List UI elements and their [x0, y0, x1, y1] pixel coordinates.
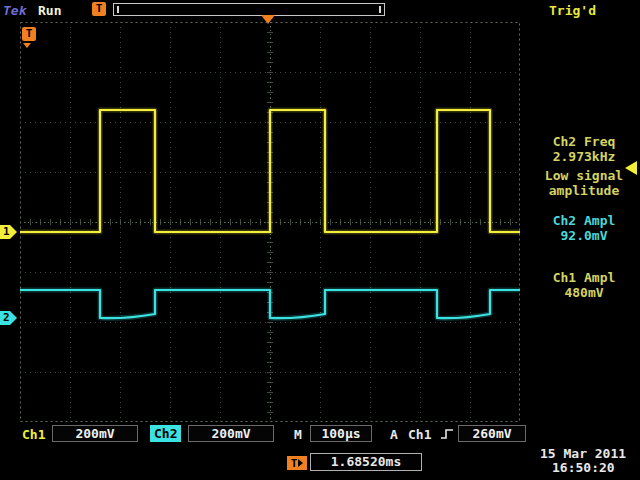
ch2-ground-marker-label: 2 — [3, 311, 10, 324]
measurement-warning-line1: Low signal — [528, 168, 640, 183]
tek-logo: Tek — [3, 3, 26, 18]
graticule-trigger-tag: T — [22, 27, 36, 41]
ch2-scale-readout: 200mV — [188, 425, 274, 442]
trigger-delay-icon: T — [287, 456, 307, 470]
trigger-tag-arrow-icon — [23, 43, 31, 48]
record-view-bar — [113, 3, 385, 16]
ch1-ground-marker-label: 1 — [3, 225, 10, 238]
record-view-left-bracket — [117, 6, 119, 13]
measurement-ch2-freq: Ch2 Freq 2.973kHz Low signal amplitude — [528, 134, 640, 198]
measurement-value: 92.0mV — [528, 228, 640, 243]
record-view-right-bracket — [379, 6, 381, 13]
graticule — [20, 22, 520, 422]
trigger-delay-readout: 1.68520ms — [310, 453, 422, 471]
ch1-ground-marker: 1 — [0, 225, 17, 239]
ch2-label-chip: Ch2 — [150, 425, 181, 442]
trigger-position-icon: T — [92, 2, 106, 16]
measurement-ch2-ampl: Ch2 Ampl 92.0mV — [528, 213, 640, 243]
measurement-ch1-ampl: Ch1 Ampl 480mV — [528, 270, 640, 300]
date-readout: 15 Mar 2011 — [540, 446, 626, 461]
ch2-ground-marker: 2 — [0, 311, 17, 325]
trigger-delay-icon-label: T — [291, 457, 298, 470]
measurement-value: 2.973kHz — [528, 149, 640, 164]
measurement-label: Ch2 Freq — [528, 134, 640, 149]
right-arrow-icon — [298, 459, 303, 467]
measurement-value: 480mV — [528, 285, 640, 300]
measurement-label: Ch2 Ampl — [528, 213, 640, 228]
measurement-warning-line2: amplitude — [528, 183, 640, 198]
ch1-scale-readout: 200mV — [52, 425, 138, 442]
oscilloscope-screen: Tek Run T Trig'd T 1 2 Ch2 Freq 2.973kHz… — [0, 0, 640, 480]
time-readout: 16:50:20 — [552, 460, 615, 475]
measurement-label: Ch1 Ampl — [528, 270, 640, 285]
acquisition-status: Run — [38, 3, 61, 18]
ch2-trace — [20, 290, 520, 318]
rising-edge-icon — [440, 427, 454, 441]
ch1-label: Ch1 — [22, 427, 45, 442]
trigger-mode-label: A — [390, 427, 398, 442]
ch1-trace — [20, 110, 520, 232]
timebase-label: M — [294, 427, 302, 442]
trigger-level-readout: 260mV — [458, 425, 526, 442]
trigger-status: Trig'd — [549, 3, 596, 18]
trigger-source-readout: Ch1 — [408, 427, 431, 442]
timebase-readout: 100µs — [310, 425, 372, 442]
